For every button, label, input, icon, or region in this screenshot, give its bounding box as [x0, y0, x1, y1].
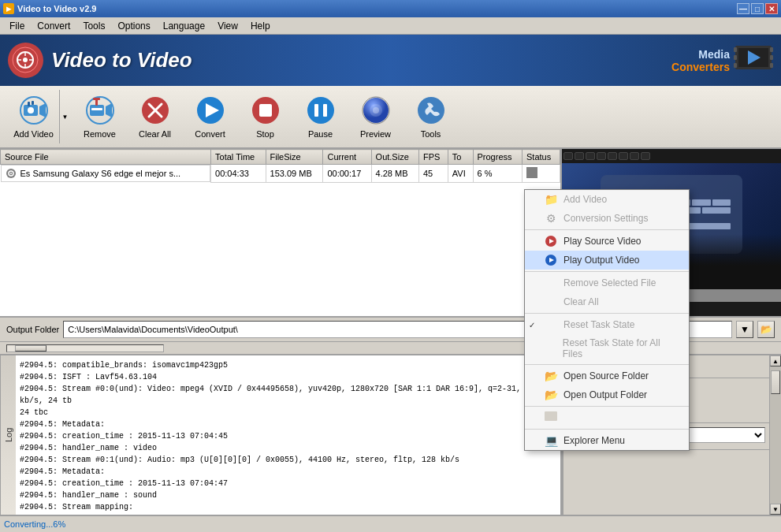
output-folder-open-btn[interactable]: 📂	[757, 321, 775, 338]
log-line: #2904.5: Stream #0:0(und): Video: mpeg4 …	[20, 383, 556, 407]
pause-label: Pause	[308, 129, 333, 139]
titlebar: ▶ Video to Video v2.9 — □ ✕	[0, 0, 781, 17]
cell-source: Es Samsung Galaxy S6 edge el mejor s...	[1, 165, 211, 182]
convert-button[interactable]: Convert	[184, 90, 236, 143]
remove-button[interactable]: Remove	[74, 90, 125, 143]
ctx-open-output-folder[interactable]: 📂 Open Output Folder	[525, 385, 689, 404]
ctx-clear-all-label: Clear All	[563, 296, 599, 307]
log-sidebar-label[interactable]: Log	[0, 355, 16, 515]
svg-rect-5	[734, 55, 737, 60]
preview-label: Preview	[360, 129, 391, 139]
log-line: #2904.5: handler_name : video	[20, 442, 556, 454]
col-to: To	[448, 150, 473, 165]
ctx-clear-all-icon	[545, 296, 557, 308]
ctx-explorer-menu-icon: 💻	[545, 434, 557, 447]
ctx-conversion-settings-label: Conversion Settings	[563, 213, 648, 224]
ctx-conversion-settings[interactable]: ⚙ Conversion Settings	[525, 209, 689, 228]
cell-outsize: 4.28 MB	[371, 165, 418, 183]
svg-point-15	[28, 107, 34, 113]
ctx-play-source[interactable]: Play Source Video	[525, 232, 689, 251]
log-line: 24 tbc	[20, 407, 556, 419]
menu-language[interactable]: Language	[157, 19, 211, 33]
ctx-sep3	[525, 313, 689, 314]
add-video-dropdown-arrow[interactable]: ▼	[59, 90, 70, 143]
clear-all-button[interactable]: Clear All	[129, 90, 180, 143]
log-line: #2904.5: Stream #0:1(und): Audio: mp3 (U…	[20, 454, 556, 466]
ctx-add-video-icon: 📁	[545, 193, 557, 206]
ctx-open-source-folder-icon: 📂	[545, 370, 557, 382]
ctx-reset-task[interactable]: ✓ Reset Task State	[525, 315, 689, 334]
ctx-reset-task-label: Reset Task State	[563, 319, 635, 330]
pause-button[interactable]: Pause	[295, 90, 346, 143]
close-button[interactable]: ✕	[765, 3, 778, 14]
app-logo-icon	[8, 43, 43, 78]
ctx-play-output-label: Play Output Video	[563, 255, 640, 266]
tools-button[interactable]: Tools	[405, 90, 456, 143]
ctx-reset-all-tasks-icon	[545, 342, 556, 355]
film-hole	[641, 152, 650, 160]
ctx-clear-all[interactable]: Clear All	[525, 292, 689, 311]
stop-button[interactable]: Stop	[240, 90, 291, 143]
remove-label: Remove	[84, 129, 116, 139]
ctx-reset-task-icon	[545, 318, 557, 331]
output-folder-browse-btn[interactable]: ▼	[736, 321, 753, 338]
stop-icon	[250, 95, 281, 126]
ctx-play-output[interactable]: Play Output Video	[525, 251, 689, 270]
pause-icon	[305, 95, 337, 126]
col-total-time: Total Time	[211, 150, 266, 165]
col-filesize: FileSize	[266, 150, 323, 165]
ctx-explorer-menu[interactable]: 💻 Explorer Menu	[525, 431, 689, 450]
col-progress: Progress	[473, 150, 523, 165]
film-hole	[608, 152, 617, 160]
ctx-sep1	[525, 229, 689, 230]
add-video-group: Add Video ▼	[8, 90, 70, 143]
film-hole	[630, 152, 639, 160]
ctx-play-output-icon	[545, 254, 557, 266]
scroll-down-arrow[interactable]: ▼	[770, 504, 781, 515]
app-title-area: Video to Video	[8, 43, 192, 78]
ctx-info-icon	[545, 411, 557, 424]
menu-convert[interactable]: Convert	[31, 19, 76, 33]
scroll-up-arrow[interactable]: ▲	[770, 355, 781, 366]
log-line: #2904.5: Metadata:	[20, 466, 556, 478]
minimize-button[interactable]: —	[737, 3, 749, 14]
context-menu: 📁 Add Video ⚙ Conversion Settings Play S…	[524, 189, 690, 451]
window-title: Video to Video v2.9	[17, 4, 96, 13]
horizontal-scrollbar[interactable]	[6, 344, 164, 352]
scrollbar-thumb[interactable]	[15, 345, 46, 352]
ctx-sep6	[525, 429, 689, 430]
menu-tools[interactable]: Tools	[76, 19, 111, 33]
logo-area: Media Converters	[671, 38, 773, 83]
ctx-open-source-folder[interactable]: 📂 Open Source Folder	[525, 366, 689, 385]
cell-status	[523, 165, 560, 183]
log-line: #2904.5: handler_name : sound	[20, 489, 556, 501]
table-row[interactable]: Es Samsung Galaxy S6 edge el mejor s... …	[1, 165, 560, 183]
svg-rect-9	[770, 63, 773, 68]
ctx-remove-selected-label: Remove Selected File	[563, 277, 656, 288]
ctx-reset-all-tasks[interactable]: Reset Task State for All Files	[525, 334, 689, 363]
menu-file[interactable]: File	[3, 19, 31, 33]
cell-filesize: 153.09 MB	[266, 165, 323, 183]
log-line: #2904.5: Stream mapping:	[20, 501, 556, 513]
svg-rect-4	[734, 47, 737, 52]
preview-button[interactable]: Preview	[350, 90, 401, 143]
ctx-info[interactable]	[525, 408, 689, 427]
svg-rect-42	[526, 167, 537, 178]
right-scrollbar: ▲ ▼	[769, 355, 781, 515]
ctx-remove-selected[interactable]: Remove Selected File	[525, 273, 689, 292]
add-video-button[interactable]: Add Video	[8, 90, 59, 143]
statusbar: Converting...6%	[0, 515, 781, 532]
menu-view[interactable]: View	[211, 19, 244, 33]
add-video-label: Add Video	[13, 129, 54, 139]
maximize-button[interactable]: □	[751, 3, 764, 14]
menu-options[interactable]: Options	[111, 19, 156, 33]
scroll-thumb[interactable]	[771, 370, 780, 394]
log-line: #2904.5: ISFT : Lavf54.63.104	[20, 371, 556, 383]
svg-rect-47	[545, 411, 557, 421]
film-hole	[563, 152, 573, 160]
log-content: #2904.5: compatible_brands: isomavc1mp42…	[16, 355, 560, 515]
scroll-track	[770, 366, 781, 504]
menu-help[interactable]: Help	[244, 19, 277, 33]
log-line: #2904.5: Metadata:	[20, 419, 556, 430]
ctx-add-video[interactable]: 📁 Add Video	[525, 190, 689, 209]
